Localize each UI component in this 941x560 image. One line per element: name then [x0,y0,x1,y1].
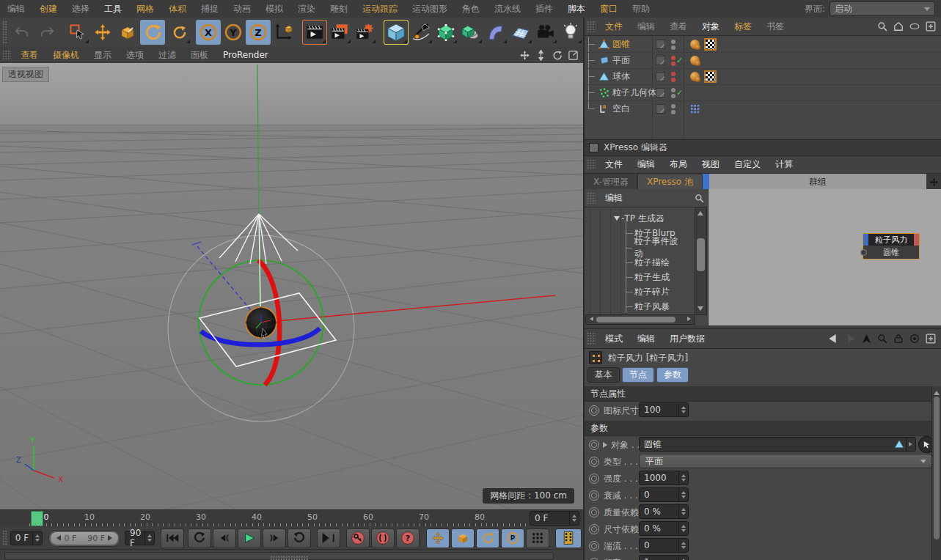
vscroll-thumb[interactable] [697,238,705,271]
rotate-alt-button[interactable] [166,20,191,45]
texture-tag-icon[interactable] [704,70,717,83]
om-add-button[interactable] [923,20,938,33]
goto-start-button[interactable] [161,528,184,548]
extrude-button[interactable] [458,20,483,45]
xpresso-grip[interactable] [587,159,596,170]
rotate-tool-button[interactable] [140,20,165,45]
enabled-check-icon[interactable]: ✓ [676,88,683,97]
undo-button[interactable] [10,20,34,45]
key-parameter-button[interactable]: P [501,528,524,548]
range-left-arrow-icon[interactable] [54,535,61,541]
stepper[interactable] [678,556,688,560]
attr-add-button[interactable] [923,332,938,345]
object-row-particle-geometry[interactable]: 粒子几何体 ✓ [585,85,941,101]
anim-dot-icon[interactable] [589,440,599,450]
tab-xpresso-pool[interactable]: XPresso 池 [638,174,703,191]
frequency-field[interactable]: 1 [639,555,689,560]
om-search-button[interactable] [875,20,890,33]
menu-volume[interactable]: 体积 [161,3,194,15]
xp-menu-calculate[interactable]: 计算 [768,158,800,171]
xp-menu-edit[interactable]: 编辑 [630,158,662,171]
stepper[interactable] [678,539,688,552]
tab-node[interactable]: 节点 [622,367,654,383]
ruler-frame-field[interactable]: 0 F [530,511,579,526]
menu-tools[interactable]: 工具 [97,3,129,15]
menu-snap[interactable]: 捕捉 [194,3,226,15]
keyframe-options-button[interactable]: ? [396,528,420,548]
menu-character[interactable]: 角色 [455,3,487,15]
falloff-field[interactable]: 0 [639,487,689,502]
tree-item-particle-fragment[interactable]: 粒子碎片 [626,284,684,299]
object-row-sphere[interactable]: 球体 [585,69,941,85]
stepper[interactable] [678,505,688,518]
render-picture-viewer-button[interactable] [327,20,352,45]
group-header[interactable]: 群组 [709,174,926,191]
menu-simulate[interactable]: 模拟 [258,3,290,15]
node-input-strip[interactable] [863,234,868,246]
move-tool-button[interactable] [90,20,115,45]
attr-up-button[interactable] [859,332,874,345]
stepper[interactable] [678,488,688,501]
mass-dependent-field[interactable]: 0 % [639,504,689,519]
next-frame-button[interactable] [263,528,286,548]
xp-menu-layout[interactable]: 布局 [662,158,695,171]
strength-field[interactable]: 1000 [639,471,689,485]
key-rotation-button[interactable] [476,528,499,548]
attr-scroll-thumb[interactable] [934,397,940,539]
menu-sculpt[interactable]: 雕刻 [323,3,355,15]
menu-help[interactable]: 帮助 [625,3,657,15]
xp-menu-file[interactable]: 文件 [598,158,630,171]
redo-button[interactable] [34,20,59,45]
pool-vscrollbar[interactable] [695,207,707,315]
attr-back-button[interactable] [827,332,841,345]
om-menu-file[interactable]: 文件 [598,21,630,33]
menu-edit[interactable]: 编辑 [0,3,32,15]
autokey-button[interactable] [371,528,395,548]
object-manager-grip[interactable] [587,21,596,32]
play-button[interactable] [238,528,261,548]
viewport-rotate-button[interactable] [549,48,564,62]
attributes-vscrollbar[interactable] [931,386,941,560]
tree-item-particle-draw[interactable]: 粒子描绘 [626,255,684,270]
menu-script[interactable]: 脚本 [560,3,593,15]
layer-box[interactable] [656,88,665,97]
add-cube-button[interactable] [384,20,409,45]
viewport-maximize-button[interactable] [565,48,580,62]
axis-y-button[interactable]: Y [221,20,246,45]
phong-tag-icon[interactable] [690,56,700,65]
edit-render-settings-button[interactable] [352,20,377,45]
stepper[interactable] [678,403,688,416]
camera-button[interactable] [533,20,558,45]
om-menu-view[interactable]: 查看 [662,21,695,33]
scroll-up-icon[interactable] [934,388,940,395]
toolbar-grip[interactable] [2,21,7,44]
om-eye-button[interactable] [907,20,922,33]
stepper[interactable] [32,531,42,545]
viewport-canvas[interactable]: Y X Z 透视视图 网格间距 : 100 cm [0,63,583,509]
scroll-up-icon[interactable] [697,208,703,215]
previous-frame-button[interactable] [213,528,236,548]
texture-tag-icon[interactable] [704,38,717,51]
stepper[interactable] [678,471,688,485]
pool-grip[interactable] [587,192,596,204]
object-link-field[interactable]: 圆锥 [639,437,916,452]
anim-dot-icon[interactable] [589,457,599,467]
size-dependent-field[interactable]: 0 % [639,521,689,536]
tab-x-manager[interactable]: X-管理器 [585,174,638,191]
visibility-dots[interactable] [671,88,675,98]
layer-box[interactable] [656,72,665,81]
pool-hscrollbar[interactable] [585,314,695,325]
key-position-button[interactable] [426,528,450,548]
xp-menu-view[interactable]: 视图 [695,158,727,171]
viewport-zoom-button[interactable] [533,48,548,62]
key-scale-button[interactable] [451,528,475,548]
anim-dot-icon[interactable] [589,405,599,416]
phong-tag-icon[interactable] [690,72,700,81]
hscroll-thumb[interactable] [596,317,675,323]
visibility-dots[interactable] [671,104,675,114]
range-right-arrow-icon[interactable] [108,535,115,541]
anim-dot-icon[interactable] [589,541,599,551]
visibility-dots[interactable] [671,40,675,50]
expander-icon[interactable] [603,442,610,448]
play-backwards-button[interactable] [188,528,211,548]
